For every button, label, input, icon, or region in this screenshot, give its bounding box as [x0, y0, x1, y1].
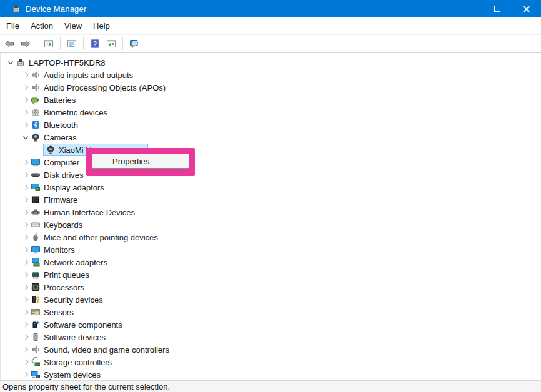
- tree-item[interactable]: Mice and other pointing devices: [1, 231, 541, 243]
- tree-item[interactable]: Biometric devices: [1, 106, 541, 119]
- tree-item[interactable]: Network adapters: [1, 256, 541, 268]
- tree-item-label: Disk drives: [44, 170, 86, 180]
- menu-view[interactable]: View: [59, 17, 87, 34]
- annotation-highlight-box: Properties: [86, 148, 195, 176]
- tree-item-label: Cameras: [44, 133, 79, 142]
- tree-item[interactable]: XiaoMi U: [1, 144, 541, 156]
- speaker-icon: [31, 82, 41, 92]
- tree-item[interactable]: Processors: [1, 281, 541, 293]
- chevron-right-icon[interactable]: [21, 86, 31, 89]
- tree-item[interactable]: Software devices: [1, 331, 541, 343]
- battery-icon: [31, 95, 41, 105]
- chevron-right-icon[interactable]: [21, 98, 31, 102]
- bluetooth-icon: [31, 120, 41, 130]
- tree-item[interactable]: Audio inputs and outputs: [1, 69, 541, 81]
- tree-item[interactable]: Print queues: [1, 268, 541, 281]
- tree-item-label: Human Interface Devices: [44, 208, 137, 217]
- chevron-right-icon[interactable]: [21, 173, 31, 177]
- nav-back-button[interactable]: [2, 36, 17, 51]
- processor-chip-icon: [31, 282, 41, 292]
- chevron-right-icon[interactable]: [21, 185, 31, 189]
- chevron-right-icon[interactable]: [21, 285, 31, 289]
- chevron-right-icon[interactable]: [21, 323, 31, 326]
- menu-action[interactable]: Action: [25, 17, 59, 34]
- firmware-chip-icon: [31, 195, 41, 205]
- mouse-icon: [31, 232, 41, 242]
- tree-item[interactable]: Batteries: [1, 94, 541, 106]
- chevron-down-icon[interactable]: [6, 62, 16, 64]
- tree-item-label: Sensors: [44, 308, 76, 317]
- tree-item-label: Software devices: [44, 333, 108, 342]
- chevron-right-icon[interactable]: [21, 160, 31, 164]
- keyboard-icon: [31, 220, 41, 230]
- svg-text:?: ?: [93, 41, 97, 47]
- tree-item[interactable]: Human Interface Devices: [1, 206, 541, 218]
- software-component-icon: [31, 320, 41, 330]
- chevron-right-icon[interactable]: [21, 73, 31, 77]
- chevron-right-icon[interactable]: [21, 223, 31, 227]
- chevron-right-icon[interactable]: [21, 335, 31, 339]
- tree-item-label: Sound, video and game controllers: [44, 345, 172, 355]
- chevron-right-icon[interactable]: [21, 260, 31, 264]
- printer-icon: [31, 270, 41, 280]
- chevron-right-icon[interactable]: [21, 123, 31, 127]
- tree-item[interactable]: Keyboards: [1, 218, 541, 231]
- toolbar-separator: [83, 37, 84, 50]
- chevron-right-icon[interactable]: [21, 348, 31, 351]
- close-button[interactable]: ×: [512, 0, 541, 17]
- tree-item-label: Network adapters: [44, 258, 110, 267]
- minimize-button[interactable]: [453, 0, 482, 17]
- webcam-icon: [46, 145, 56, 155]
- tree-item[interactable]: Computer: [1, 156, 541, 169]
- chevron-right-icon[interactable]: [21, 373, 31, 376]
- sensor-grid-icon: [31, 307, 41, 317]
- tree-item[interactable]: Monitors: [1, 243, 541, 256]
- tree-item[interactable]: Security devices: [1, 293, 541, 306]
- tree-item[interactable]: Audio Processing Objects (APOs): [1, 81, 541, 94]
- tree-item[interactable]: Storage controllers: [1, 356, 541, 368]
- tree-item[interactable]: Display adaptors: [1, 181, 541, 194]
- chevron-right-icon[interactable]: [21, 198, 31, 202]
- computer-device-icon: [16, 57, 26, 67]
- chevron-right-icon[interactable]: [21, 248, 31, 252]
- chevron-right-icon[interactable]: [21, 273, 31, 277]
- tree-item-label: Bluetooth: [44, 120, 81, 130]
- chevron-right-icon[interactable]: [21, 360, 31, 364]
- tree-item[interactable]: Cameras: [1, 131, 541, 144]
- tree-item-label: LAPTOP-HTF5KDR8: [29, 58, 108, 67]
- tree-item[interactable]: Sound, video and game controllers: [1, 343, 541, 356]
- tree-item-label: Computer: [44, 158, 82, 167]
- menu-help[interactable]: Help: [87, 17, 116, 34]
- chevron-right-icon[interactable]: [21, 235, 31, 239]
- chevron-down-icon[interactable]: [21, 137, 31, 139]
- help-button[interactable]: ?: [87, 36, 102, 51]
- tree-item[interactable]: Firmware: [1, 194, 541, 206]
- properties-list-button[interactable]: [64, 36, 79, 51]
- tree-item-label: Software components: [44, 320, 125, 330]
- tree-item[interactable]: Sensors: [1, 306, 541, 318]
- tree-item[interactable]: LAPTOP-HTF5KDR8: [1, 56, 541, 69]
- tree-item[interactable]: Disk drives: [1, 169, 541, 181]
- monitor-icon: [31, 245, 41, 255]
- tree-item[interactable]: Bluetooth: [1, 119, 541, 131]
- chevron-right-icon[interactable]: [21, 110, 31, 114]
- chevron-right-icon[interactable]: [21, 298, 31, 301]
- maximize-icon: [494, 6, 500, 12]
- fingerprint-icon: [31, 107, 41, 117]
- scan-hardware-button[interactable]: [127, 36, 142, 51]
- chevron-right-icon[interactable]: [21, 210, 31, 214]
- tree-item-label: Firmware: [44, 195, 80, 205]
- nav-forward-button[interactable]: [18, 36, 33, 51]
- tree-item-label: Mice and other pointing devices: [44, 233, 161, 242]
- toolbar-separator: [122, 37, 123, 50]
- maximize-button[interactable]: [482, 0, 512, 17]
- device-manager-window: Device Manager × FileActionViewHelp ? LA…: [0, 0, 541, 392]
- tree-item[interactable]: Software components: [1, 318, 541, 331]
- action-pane-button[interactable]: [104, 36, 119, 51]
- chevron-right-icon[interactable]: [21, 310, 31, 314]
- tree-item-label: Audio inputs and outputs: [44, 71, 136, 80]
- menu-file[interactable]: File: [1, 17, 25, 34]
- show-console-tree-button[interactable]: [41, 36, 56, 51]
- tree-item[interactable]: System devices: [1, 368, 541, 380]
- context-menu-item-properties[interactable]: Properties: [92, 157, 189, 166]
